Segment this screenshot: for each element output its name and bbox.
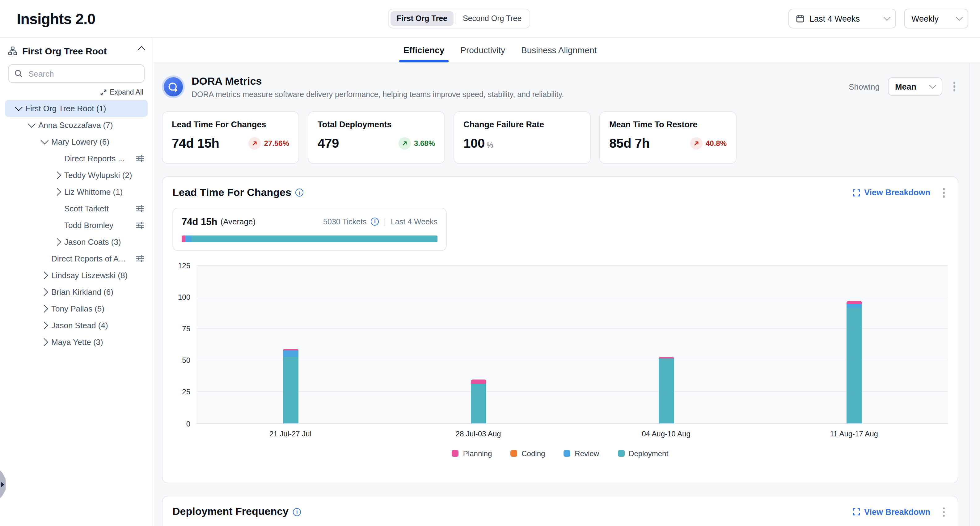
legend-label: Deployment — [629, 449, 668, 458]
bar-segment-planning — [283, 349, 298, 350]
chevron-box — [41, 289, 47, 295]
phase-segment-deployment — [192, 235, 438, 242]
kebab-menu-icon[interactable] — [950, 80, 958, 93]
tree-item[interactable]: Teddy Wylupski (2) — [5, 167, 148, 183]
chevron-right-icon[interactable] — [53, 238, 60, 246]
bar-segment-deployment — [283, 357, 298, 423]
insights-app: Insights 2.0 First Org TreeSecond Org Tr… — [0, 0, 980, 526]
showing-select[interactable]: Mean — [888, 77, 942, 96]
tree-item[interactable]: Scott Tarkett — [5, 200, 148, 217]
legend-item-coding[interactable]: Coding — [511, 449, 545, 458]
granularity-select[interactable]: Weekly — [904, 9, 968, 29]
tree-item[interactable]: Todd Bromley — [5, 217, 148, 234]
bar-segment-planning — [846, 301, 862, 304]
metric-card-value: 74d 15h — [172, 136, 220, 151]
tree-item[interactable]: Mary Lowery (6) — [5, 134, 148, 150]
view-breakdown-label: View Breakdown — [864, 507, 930, 517]
legend-label: Coding — [522, 449, 545, 458]
chevron-right-icon[interactable] — [40, 321, 48, 329]
view-breakdown-label: View Breakdown — [864, 188, 930, 198]
org-tree-toggle: First Org TreeSecond Org Tree — [388, 9, 530, 29]
tabs-bar: EfficiencyProductivityBusiness Alignment — [154, 38, 980, 62]
tree-item-label: Jason Stead (4) — [51, 321, 108, 330]
expand-breakdown-icon — [853, 508, 861, 516]
legend-item-deployment[interactable]: Deployment — [617, 449, 668, 458]
chevron-right-icon[interactable] — [53, 188, 60, 196]
gridline — [196, 328, 948, 329]
tree-item[interactable]: Brian Kirkland (6) — [5, 284, 148, 300]
tree-item[interactable]: Direct Reports ... — [5, 150, 148, 167]
chevron-down-icon[interactable] — [27, 120, 35, 128]
tree-item[interactable]: Tony Pallas (5) — [5, 300, 148, 317]
bar-segment-deployment — [471, 384, 486, 423]
legend-item-planning[interactable]: Planning — [452, 449, 492, 458]
date-range-select[interactable]: Last 4 Weeks — [788, 9, 896, 29]
chevron-down-icon[interactable] — [40, 137, 48, 144]
lead-time-panel-header: Lead Time For Changes View Breakdown — [172, 186, 948, 199]
sidebar-header[interactable]: First Org Tree Root — [0, 38, 153, 57]
org-toggle-first[interactable]: First Org Tree — [391, 11, 453, 26]
phase-segment-planning — [182, 235, 185, 242]
lead-time-panel: Lead Time For Changes View Breakdown — [162, 176, 958, 483]
dora-header: DORA Metrics DORA metrics measure softwa… — [162, 75, 958, 99]
tree-item[interactable]: Lindsay Liszewski (8) — [5, 267, 148, 284]
info-icon[interactable] — [371, 218, 379, 226]
tree-item-label: Maya Yette (3) — [51, 338, 103, 347]
chevron-right-icon[interactable] — [40, 338, 48, 346]
legend-swatch — [511, 450, 517, 457]
tree-item[interactable]: Jason Coats (3) — [5, 234, 148, 250]
view-breakdown-link[interactable]: View Breakdown — [853, 188, 930, 198]
sidebar-header-label: First Org Tree Root — [22, 46, 133, 56]
metric-delta-value: 27.56% — [264, 139, 289, 148]
tree-item[interactable]: First Org Tree Root (1) — [5, 100, 148, 117]
expand-all-button[interactable]: Expand All — [0, 88, 143, 96]
filter-icon[interactable] — [136, 155, 144, 162]
top-bar: Insights 2.0 First Org TreeSecond Org Tr… — [0, 0, 980, 38]
chevron-up-icon[interactable] — [137, 46, 145, 54]
tab-productivity[interactable]: Productivity — [460, 45, 505, 55]
tree-item-label: Lindsay Liszewski (8) — [51, 271, 127, 280]
x-tick-label: 28 Jul-03 Aug — [384, 429, 572, 438]
metric-card: Lead Time For Changes74d 15h27.56% — [162, 111, 299, 164]
filter-icon[interactable] — [136, 255, 144, 262]
search-input[interactable] — [27, 68, 138, 79]
filter-icon[interactable] — [136, 222, 144, 229]
tree-item[interactable]: Liz Whittome (1) — [5, 183, 148, 200]
gridline — [196, 360, 948, 360]
info-icon[interactable] — [293, 508, 301, 516]
org-toggle-second[interactable]: Second Org Tree — [457, 11, 528, 26]
x-tick-label: 04 Aug-10 Aug — [572, 429, 760, 438]
chevron-box — [54, 172, 60, 178]
bar-segment-planning — [471, 379, 486, 384]
tree-item[interactable]: Direct Reports of A... — [5, 250, 148, 267]
scrollbar-track[interactable] — [969, 63, 970, 526]
tree-item[interactable]: Jason Stead (4) — [5, 317, 148, 334]
info-icon[interactable] — [296, 189, 304, 197]
divider — [455, 13, 455, 24]
legend-item-review[interactable]: Review — [563, 449, 599, 458]
date-range-value: Last 4 Weeks — [810, 14, 879, 23]
tree-item[interactable]: Maya Yette (3) — [5, 334, 148, 351]
chevron-right-icon[interactable] — [40, 288, 48, 296]
filter-icon[interactable] — [136, 205, 144, 212]
chevron-right-icon[interactable] — [53, 171, 60, 179]
chevron-right-icon[interactable] — [40, 271, 48, 279]
tree-item-label: Direct Reports ... — [64, 154, 124, 163]
chevron-right-icon[interactable] — [40, 305, 48, 312]
trend-up-arrow-icon — [399, 137, 411, 150]
chevron-box — [28, 123, 34, 128]
metric-card: Mean Time To Restore85d 7h40.8% — [599, 111, 737, 164]
tab-efficiency[interactable]: Efficiency — [404, 45, 444, 55]
y-tick-label: 100 — [178, 293, 190, 301]
view-breakdown-link[interactable]: View Breakdown — [853, 507, 930, 517]
tab-business-alignment[interactable]: Business Alignment — [521, 45, 597, 55]
tree-item[interactable]: Anna Scozzafava (7) — [5, 117, 148, 134]
gridline — [196, 423, 948, 424]
kebab-menu-icon[interactable] — [940, 505, 948, 519]
showing-value: Mean — [895, 82, 925, 91]
metric-cards-row: Lead Time For Changes74d 15h27.56%Total … — [162, 111, 980, 164]
kebab-menu-icon[interactable] — [940, 186, 948, 199]
dora-loop-icon — [162, 75, 185, 98]
org-tree: First Org Tree Root (1)Anna Scozzafava (… — [0, 100, 153, 351]
chevron-down-icon[interactable] — [14, 103, 22, 111]
